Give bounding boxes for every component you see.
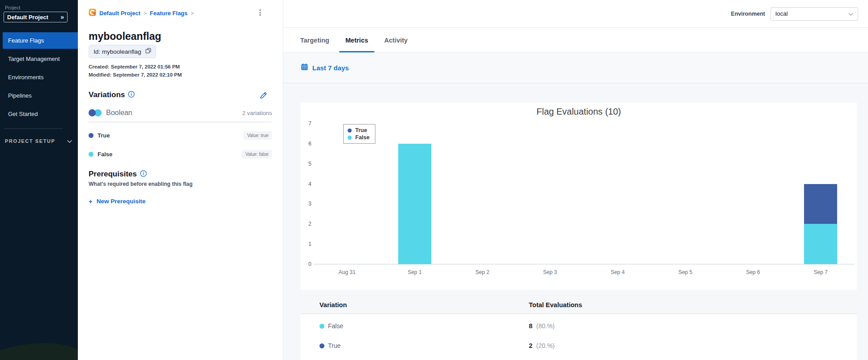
flag-id-chip[interactable]: Id: mybooleanflag [89, 45, 156, 58]
calendar-icon [301, 63, 308, 73]
double-chevron-icon: » [60, 14, 64, 20]
tab-metrics[interactable]: Metrics [339, 28, 374, 52]
divider [89, 122, 272, 122]
table-row: False 8 (80.%) [301, 316, 857, 336]
variation-name: False [98, 151, 112, 158]
sidebar-divider [4, 129, 63, 129]
bar-false-sep-1 [398, 144, 431, 264]
y-axis-tick: 3 [302, 201, 311, 207]
right-panel: Environment local Targeting Metrics Acti… [283, 0, 868, 360]
bar-true-sep-7 [804, 184, 837, 224]
date-range-button[interactable]: Last 7 days [301, 63, 349, 73]
variations-heading: Variations [89, 90, 125, 99]
project-selector-value: Default Project [7, 14, 48, 21]
variation-row-false: False Value: false [89, 149, 272, 159]
prerequisites-description: What's required before enabling this fla… [89, 181, 192, 187]
environment-select[interactable]: local [770, 7, 858, 21]
chart-legend: True False [343, 124, 375, 144]
decorative-corner-shape [0, 339, 78, 360]
variation-value-chip: Value: true [243, 131, 272, 140]
column-header-total-evaluations: Total Evaluations [529, 301, 857, 309]
flag-evaluations-chart: Flag Evaluations (10) True False 0123456… [301, 103, 857, 290]
column-header-variation: Variation [319, 301, 529, 309]
modified-timestamp: Modified: September 7, 2022 02:10 PM [89, 72, 182, 77]
y-axis-tick: 7 [302, 120, 311, 127]
variation-name: True [98, 132, 110, 139]
evaluations-table: Variation Total Evaluations False 8 (80.… [301, 296, 857, 360]
x-axis-label: Sep 3 [528, 269, 572, 275]
sidebar: Project Default Project » Feature Flags … [0, 0, 78, 360]
boolean-toggle-icon [89, 109, 102, 116]
date-filter-strip: Last 7 days [283, 53, 868, 83]
environment-select-value: local [775, 10, 788, 17]
sidebar-item-feature-flags[interactable]: Feature Flags [3, 32, 78, 49]
table-header-row: Variation Total Evaluations [301, 296, 857, 314]
true-color-dot [89, 133, 94, 138]
evaluation-count: 8 [529, 322, 532, 330]
y-axis-tick: 1 [302, 241, 311, 247]
y-axis-tick: 6 [302, 141, 311, 147]
legend-dot-false [348, 136, 352, 140]
date-range-label: Last 7 days [312, 64, 349, 72]
flag-detail-panel: Default Project > Feature Flags > mybool… [78, 0, 283, 360]
flag-id-text: Id: mybooleanflag [94, 48, 141, 55]
bar-false-sep-7 [804, 224, 837, 264]
sidebar-item-get-started[interactable]: Get Started [3, 106, 78, 122]
y-axis-tick: 2 [302, 221, 311, 227]
copy-icon[interactable] [145, 47, 151, 56]
sidebar-nav: Feature Flags Target Management Environm… [0, 32, 78, 124]
legend-entry-true: True [348, 127, 370, 134]
plus-icon: + [89, 197, 93, 205]
variation-type-row: Boolean 2 variations [89, 109, 272, 117]
evaluation-percent: (20.%) [536, 342, 555, 349]
project-setup-toggle[interactable]: PROJECT SETUP [5, 137, 72, 145]
x-axis-label: Sep 5 [663, 269, 708, 275]
variation-row-true: True Value: true [89, 130, 272, 140]
prerequisites-heading: Prerequisites [89, 170, 137, 179]
false-color-dot [319, 324, 324, 329]
breadcrumb: Default Project > Feature Flags > [89, 9, 194, 18]
environment-header: Environment local [283, 0, 868, 28]
variation-type-label: Boolean [106, 109, 132, 117]
chevron-down-icon [67, 137, 72, 145]
x-axis-label: Sep 2 [460, 269, 505, 275]
new-prerequisite-button[interactable]: + New Prerequisite [89, 197, 145, 205]
project-section-label: Project [5, 5, 20, 10]
tab-activity[interactable]: Activity [378, 28, 414, 52]
edit-variations-button[interactable] [260, 91, 268, 101]
breadcrumb-project-link[interactable]: Default Project [99, 10, 140, 17]
x-axis-label: Sep 4 [596, 269, 640, 275]
page-title: mybooleanflag [89, 30, 161, 43]
chart-title: Flag Evaluations (10) [301, 107, 857, 117]
info-icon[interactable] [140, 170, 147, 179]
prerequisites-heading-row: Prerequisites [89, 170, 147, 179]
project-setup-label: PROJECT SETUP [5, 138, 55, 144]
breadcrumb-separator: > [191, 10, 194, 17]
info-icon[interactable] [128, 91, 135, 99]
legend-dot-true [348, 129, 352, 133]
breadcrumb-separator: > [144, 10, 147, 17]
false-color-dot [89, 152, 94, 157]
x-axis-label: Sep 7 [798, 269, 843, 275]
sidebar-item-pipelines[interactable]: Pipelines [3, 87, 78, 104]
tab-targeting[interactable]: Targeting [294, 28, 336, 52]
x-axis-label: Aug 31 [325, 269, 370, 275]
tab-bar: Targeting Metrics Activity [283, 28, 868, 53]
legend-entry-false: False [348, 134, 370, 141]
variation-value-chip: Value: false [242, 150, 272, 159]
created-timestamp: Created: September 7, 2022 01:56 PM [89, 64, 180, 69]
y-axis-tick: 5 [302, 161, 311, 167]
environment-label: Environment [731, 11, 765, 17]
variation-count: 2 variations [243, 110, 272, 116]
metrics-content: Flag Evaluations (10) True False 0123456… [283, 83, 868, 360]
project-selector[interactable]: Default Project » [4, 12, 68, 22]
true-color-dot [319, 343, 324, 348]
breadcrumb-feature-flags-link[interactable]: Feature Flags [150, 10, 188, 17]
app-logo-icon [89, 9, 96, 18]
app-root: Project Default Project » Feature Flags … [0, 0, 868, 360]
kebab-menu-icon[interactable] [256, 8, 264, 17]
sidebar-item-environments[interactable]: Environments [3, 69, 78, 86]
sidebar-item-target-management[interactable]: Target Management [3, 51, 78, 67]
evaluation-count: 2 [529, 342, 532, 349]
y-axis-tick: 0 [302, 261, 311, 267]
